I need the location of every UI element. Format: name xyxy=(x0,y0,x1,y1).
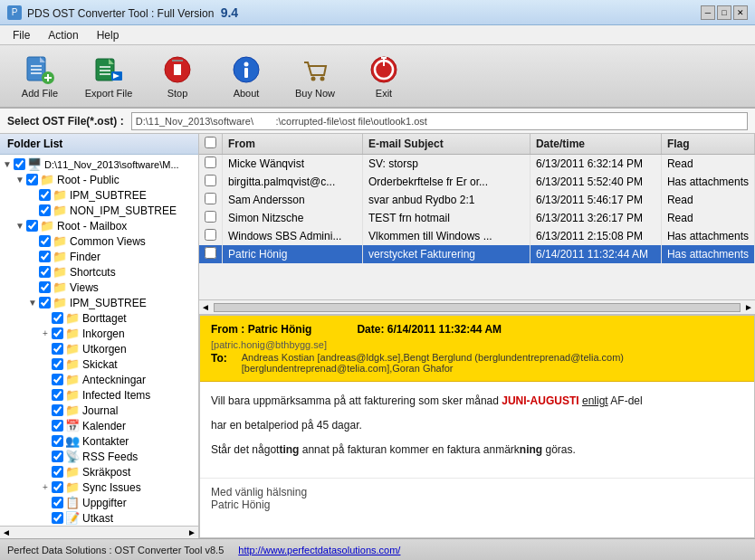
folder-tree[interactable]: ▼ 🖥️ D:\11_Nov_2013\software\M... ▼ 📁 Ro… xyxy=(0,155,198,526)
tree-toggle[interactable] xyxy=(27,267,38,278)
tree-toggle[interactable] xyxy=(27,205,38,216)
tree-toggle[interactable] xyxy=(40,344,51,355)
status-link[interactable]: http://www.perfectdatasolutions.com/ xyxy=(238,545,400,555)
tree-check[interactable] xyxy=(39,297,51,308)
row-check[interactable] xyxy=(205,157,216,168)
tree-toggle[interactable]: ▼ xyxy=(27,298,38,308)
tree-toggle[interactable]: + xyxy=(40,482,51,493)
tree-item-kalender[interactable]: 📅 Kalender xyxy=(2,418,196,433)
col-check[interactable] xyxy=(199,134,223,155)
tree-item-common-views[interactable]: 📁 Common Views xyxy=(2,233,196,249)
check-all[interactable] xyxy=(205,137,216,148)
scroll-left-icon[interactable]: ◄ xyxy=(201,302,210,312)
tree-item-inkorgen[interactable]: + 📁 Inkorgen xyxy=(2,326,196,341)
tree-toggle[interactable] xyxy=(40,467,51,478)
tree-check[interactable] xyxy=(39,281,51,293)
buy-now-button[interactable]: Buy Now xyxy=(282,48,348,104)
tree-item-infected[interactable]: 📁 Infected Items xyxy=(2,387,196,403)
tree-item-views[interactable]: 📁 Views xyxy=(2,280,196,295)
tree-check[interactable] xyxy=(14,158,25,170)
tree-item-root[interactable]: ▼ 🖥️ D:\11_Nov_2013\software\M... xyxy=(2,157,196,172)
tree-item-journal[interactable]: 📁 Journal xyxy=(2,403,196,418)
close-button[interactable]: ✕ xyxy=(733,5,748,20)
tree-item-borttaget[interactable]: 📁 Borttaget xyxy=(2,310,196,326)
tree-item-ipm1[interactable]: 📁 IPM_SUBTREE xyxy=(2,187,196,203)
tree-check[interactable] xyxy=(52,435,63,447)
tree-toggle[interactable]: ▼ xyxy=(2,159,13,170)
tree-item-rss[interactable]: 📡 RSS Feeds xyxy=(2,449,196,464)
email-row-4[interactable]: Simon Nitzsche TEST frn hotmail 6/13/201… xyxy=(199,209,755,227)
tree-item-ipm2[interactable]: ▼ 📁 IPM_SUBTREE xyxy=(2,295,196,310)
email-preview[interactable]: From : Patric Hönig Date: 6/14/2011 11:3… xyxy=(199,315,755,538)
tree-toggle[interactable] xyxy=(40,405,51,416)
tree-check[interactable] xyxy=(39,204,51,216)
tree-toggle[interactable] xyxy=(27,190,38,201)
tree-toggle[interactable] xyxy=(40,390,51,401)
tree-toggle[interactable] xyxy=(40,498,51,508)
menu-action[interactable]: Action xyxy=(39,27,87,43)
tree-item-skrakpost[interactable]: 📁 Skräkpost xyxy=(2,464,196,479)
tree-item-utkast[interactable]: 📝 Utkast xyxy=(2,510,196,526)
tree-check[interactable] xyxy=(52,497,63,508)
addr-input[interactable] xyxy=(131,112,748,130)
row-check[interactable] xyxy=(205,193,216,204)
tree-check[interactable] xyxy=(52,327,63,339)
export-file-button[interactable]: Export File xyxy=(76,48,141,104)
tree-toggle[interactable]: + xyxy=(40,328,51,339)
add-file-button[interactable]: Add File xyxy=(7,48,72,104)
tree-item-finder[interactable]: 📁 Finder xyxy=(2,249,196,264)
email-row-2[interactable]: birgitta.palmqvist@c... Orderbekrftelse … xyxy=(199,173,755,191)
email-row-5[interactable]: Windows SBS Admini... Vlkommen till Wind… xyxy=(199,227,755,245)
scroll-right-icon[interactable]: ► xyxy=(187,527,196,537)
tree-check[interactable] xyxy=(52,358,63,370)
tree-check[interactable] xyxy=(39,251,51,262)
tree-check[interactable] xyxy=(39,189,51,201)
tree-toggle[interactable] xyxy=(40,513,51,524)
tree-check[interactable] xyxy=(52,404,63,416)
tree-check[interactable] xyxy=(52,451,63,462)
scroll-right-icon[interactable]: ► xyxy=(744,302,753,312)
tree-item-kontakter[interactable]: 👥 Kontakter xyxy=(2,433,196,449)
tree-item-skickat[interactable]: 📁 Skickat xyxy=(2,356,196,372)
email-row-1[interactable]: Micke Wänqvist SV: storsp 6/13/2011 6:32… xyxy=(199,155,755,174)
tree-toggle[interactable] xyxy=(27,236,38,247)
tree-check[interactable] xyxy=(52,343,63,355)
tree-check[interactable] xyxy=(52,466,63,478)
tree-item-uppgifter[interactable]: 📋 Uppgifter xyxy=(2,495,196,510)
tree-toggle[interactable]: ▼ xyxy=(14,221,25,232)
tree-check[interactable] xyxy=(26,220,38,232)
tree-check[interactable] xyxy=(52,420,63,432)
tree-item-anteckningar[interactable]: 📁 Anteckningar xyxy=(2,372,196,387)
scroll-left-icon[interactable]: ◄ xyxy=(2,527,11,537)
col-subject[interactable]: E-mail Subject xyxy=(362,134,530,155)
tree-check[interactable] xyxy=(52,512,63,524)
tree-check[interactable] xyxy=(52,389,63,401)
col-from[interactable]: From xyxy=(223,134,363,155)
tree-toggle[interactable] xyxy=(40,359,51,370)
stop-button[interactable]: Stop xyxy=(145,48,210,104)
tree-toggle[interactable] xyxy=(40,421,51,432)
tree-check[interactable] xyxy=(52,481,63,493)
tree-check[interactable] xyxy=(52,312,63,324)
minimize-button[interactable]: ─ xyxy=(701,5,715,20)
row-check[interactable] xyxy=(205,229,216,241)
tree-toggle[interactable] xyxy=(40,451,51,462)
tree-check[interactable] xyxy=(26,174,38,185)
tree-toggle[interactable] xyxy=(27,252,38,262)
tree-check[interactable] xyxy=(52,374,63,385)
col-flag[interactable]: Flag xyxy=(661,134,754,155)
tree-item-shortcuts[interactable]: 📁 Shortcuts xyxy=(2,264,196,280)
maximize-button[interactable]: □ xyxy=(717,5,731,20)
tree-toggle[interactable]: ▼ xyxy=(14,175,25,185)
email-row-3[interactable]: Sam Andersson svar anbud Rydbo 2:1 6/13/… xyxy=(199,191,755,209)
tree-toggle[interactable] xyxy=(40,436,51,447)
email-table-wrap[interactable]: From E-mail Subject Date/time Flag Micke… xyxy=(199,134,755,299)
exit-button[interactable]: Exit xyxy=(351,48,416,104)
row-check[interactable] xyxy=(205,211,216,223)
menu-help[interactable]: Help xyxy=(88,27,129,43)
tree-check[interactable] xyxy=(39,266,51,278)
tree-toggle[interactable] xyxy=(40,313,51,324)
tree-item-utkorgen[interactable]: 📁 Utkorgen xyxy=(2,341,196,356)
menu-file[interactable]: File xyxy=(4,27,39,43)
tree-toggle[interactable] xyxy=(27,282,38,293)
